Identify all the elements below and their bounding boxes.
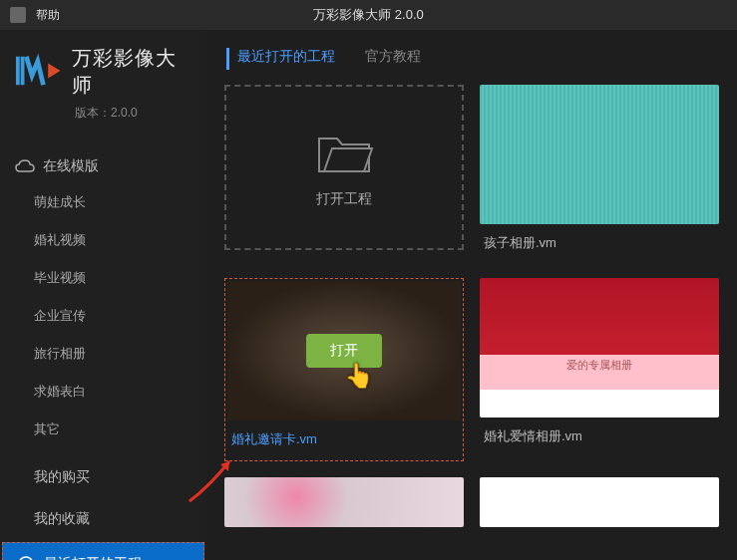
cloud-icon bbox=[15, 159, 35, 173]
sidebar-item-favorites[interactable]: 我的收藏 bbox=[0, 498, 206, 540]
open-project-label: 打开工程 bbox=[316, 190, 372, 208]
folder-icon bbox=[314, 127, 374, 176]
sidebar-item-other[interactable]: 其它 bbox=[0, 411, 206, 448]
project-card[interactable]: 爱的专属相册 婚礼爱情相册.vm bbox=[480, 278, 719, 461]
content-area: 最近打开的工程 官方教程 打开工程 孩子相册.vm 打开 👆 婚礼邀请卡.vm bbox=[206, 30, 737, 560]
cursor-icon: 👆 bbox=[344, 362, 374, 390]
thumbnail bbox=[480, 85, 719, 224]
sidebar-item-proposal[interactable]: 求婚表白 bbox=[0, 373, 206, 411]
clock-icon bbox=[18, 556, 34, 560]
thumbnail: 爱的专属相册 bbox=[480, 278, 719, 418]
app-icon bbox=[10, 7, 26, 23]
logo-text: 万彩影像大师 bbox=[72, 45, 191, 99]
project-card-partial[interactable] bbox=[224, 477, 464, 527]
titlebar: 帮助 万彩影像大师 2.0.0 bbox=[0, 0, 737, 30]
nav-online-templates: 在线模版 萌娃成长 婚礼视频 毕业视频 企业宣传 旅行相册 求婚表白 其它 bbox=[0, 141, 206, 456]
nav-header-label: 在线模版 bbox=[43, 157, 99, 175]
project-card-partial[interactable] bbox=[480, 477, 719, 527]
sidebar-item-enterprise[interactable]: 企业宣传 bbox=[0, 297, 206, 335]
sidebar-item-travel[interactable]: 旅行相册 bbox=[0, 335, 206, 373]
thumbnail bbox=[480, 477, 719, 527]
version-label: 版本：2.0.0 bbox=[75, 105, 191, 122]
sidebar-item-purchase[interactable]: 我的购买 bbox=[0, 456, 206, 498]
thumb-caption: 爱的专属相册 bbox=[566, 358, 632, 373]
sidebar-item-graduation[interactable]: 毕业视频 bbox=[0, 259, 206, 297]
card-label: 婚礼邀请卡.vm bbox=[227, 420, 461, 458]
help-menu[interactable]: 帮助 bbox=[36, 7, 60, 24]
window-title: 万彩影像大师 2.0.0 bbox=[313, 6, 424, 24]
card-label: 孩子相册.vm bbox=[480, 224, 719, 262]
sidebar-item-kids[interactable]: 萌娃成长 bbox=[0, 183, 206, 221]
thumbnail bbox=[224, 477, 464, 527]
logo-icon bbox=[15, 52, 62, 92]
tabs: 最近打开的工程 官方教程 bbox=[216, 30, 727, 85]
project-grid: 打开工程 孩子相册.vm 打开 👆 婚礼邀请卡.vm 爱的专属相册 婚礼爱情相册… bbox=[216, 85, 727, 527]
sidebar: 万彩影像大师 版本：2.0.0 在线模版 萌娃成长 婚礼视频 毕业视频 企业宣传… bbox=[0, 30, 206, 560]
project-card-selected[interactable]: 打开 👆 婚礼邀请卡.vm bbox=[224, 278, 464, 461]
tab-recent[interactable]: 最近打开的工程 bbox=[226, 48, 335, 70]
open-project-tile[interactable]: 打开工程 bbox=[224, 85, 464, 250]
main-area: 万彩影像大师 版本：2.0.0 在线模版 萌娃成长 婚礼视频 毕业视频 企业宣传… bbox=[0, 30, 737, 560]
sidebar-item-wedding[interactable]: 婚礼视频 bbox=[0, 221, 206, 259]
tab-official[interactable]: 官方教程 bbox=[365, 48, 421, 70]
sidebar-item-recent-projects[interactable]: 最近打开的工程 bbox=[2, 542, 204, 560]
logo-area: 万彩影像大师 版本：2.0.0 bbox=[0, 30, 206, 141]
nav-recent-label: 最近打开的工程 bbox=[44, 555, 142, 560]
card-label: 婚礼爱情相册.vm bbox=[480, 418, 719, 455]
nav-header-online[interactable]: 在线模版 bbox=[0, 149, 206, 183]
project-card[interactable]: 孩子相册.vm bbox=[480, 85, 719, 262]
thumbnail: 打开 👆 bbox=[227, 281, 461, 420]
